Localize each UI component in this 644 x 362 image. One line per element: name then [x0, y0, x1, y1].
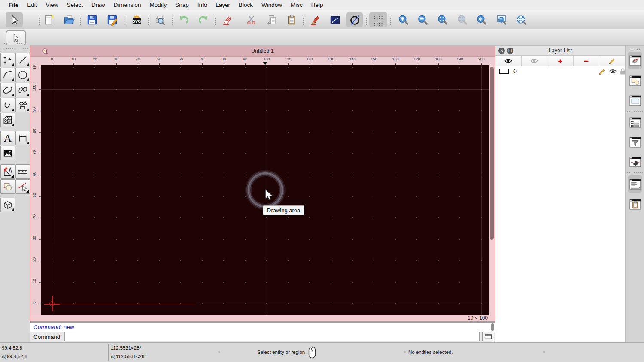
hatch-tool-button[interactable] — [0, 113, 15, 127]
image-tool-button[interactable] — [0, 146, 15, 160]
spline-tool-button[interactable] — [15, 83, 30, 97]
v-ruler-label: 110 — [32, 65, 36, 72]
block-list-widget-button[interactable] — [628, 72, 642, 89]
layer-list-titlebar: ✕ ❐ Layer List — [495, 46, 625, 56]
solid-3d-tool-button[interactable] — [0, 198, 15, 212]
command-input[interactable] — [64, 332, 480, 341]
menu-snap[interactable]: Snap — [171, 2, 193, 8]
open-file-button[interactable] — [61, 12, 77, 27]
arc-tool-button[interactable] — [0, 68, 15, 82]
layer-visibility-icon[interactable] — [609, 68, 617, 75]
layer-color-swatch[interactable] — [499, 69, 509, 74]
measure-tool-button[interactable] — [15, 164, 30, 179]
circle-tool-button[interactable] — [15, 68, 30, 82]
cut-button[interactable] — [243, 12, 259, 27]
delete-eraser-button[interactable] — [219, 12, 236, 27]
polygon-tool-button[interactable] — [15, 98, 30, 112]
zoom-back-button[interactable] — [473, 12, 489, 27]
filter-widget-button[interactable] — [628, 133, 642, 151]
hide-all-layers-button[interactable] — [522, 56, 548, 66]
save-icon — [86, 14, 98, 26]
detach-command-widget-button[interactable] — [482, 332, 494, 341]
menu-misc[interactable]: Misc — [286, 2, 307, 8]
edit-pencil-button[interactable] — [307, 12, 323, 27]
line-tool-button[interactable] — [327, 12, 343, 27]
menu-draw[interactable]: Draw — [87, 2, 109, 8]
cursor-arrow-icon — [9, 14, 20, 26]
v-ruler-label: 80 — [32, 126, 36, 136]
palette-handle — [2, 48, 28, 49]
layer-list-widget-button[interactable] — [628, 52, 642, 69]
modify-tool-button[interactable] — [0, 164, 15, 179]
pen-wizard-widget-button[interactable] — [628, 153, 642, 170]
paste-button[interactable] — [283, 12, 300, 27]
menu-layer[interactable]: Layer — [211, 2, 234, 8]
toolbar-separator — [303, 14, 304, 26]
remove-layer-button[interactable]: − — [574, 56, 600, 66]
menu-select[interactable]: Select — [63, 2, 88, 8]
menu-view[interactable]: View — [42, 2, 63, 8]
command-widget-button[interactable] — [628, 175, 642, 193]
layer-list-window-icon — [629, 55, 641, 66]
action-hint: Select entity or region — [257, 350, 305, 355]
clipboard-widget-button[interactable] — [628, 196, 642, 213]
grid-toggle-button[interactable] — [369, 12, 387, 27]
history-scrollbar-thumb[interactable] — [491, 323, 494, 331]
order-tool-button[interactable] — [0, 179, 15, 194]
zoom-pan-button[interactable] — [513, 12, 529, 27]
circle-tool-button[interactable] — [346, 12, 363, 27]
menu-dimension[interactable]: Dimension — [109, 2, 146, 8]
open-folder-icon — [63, 14, 75, 26]
select-entity-tool-button[interactable] — [15, 179, 30, 194]
zoom-auto-button[interactable] — [434, 12, 450, 27]
drawing-window: Untitled 1 01020304050607080901001101201… — [30, 46, 495, 322]
scrollbar-thumb[interactable] — [490, 67, 494, 240]
clipboard-window-icon — [629, 199, 641, 210]
polyline-tool-button[interactable] — [0, 98, 15, 112]
menu-help[interactable]: Help — [307, 2, 328, 8]
layer-edit-pencil-icon[interactable] — [598, 68, 606, 75]
save-button[interactable] — [84, 12, 100, 27]
submenu-corner — [11, 124, 14, 126]
menu-info[interactable]: Info — [193, 2, 212, 8]
dimension-tool-button[interactable] — [15, 131, 30, 145]
undo-button[interactable] — [176, 12, 192, 27]
show-all-layers-button[interactable] — [495, 56, 522, 66]
toolbar-separator — [390, 14, 391, 26]
ellipse-tool-button[interactable] — [0, 83, 15, 97]
menu-window[interactable]: Window — [257, 2, 286, 8]
zoom-out-button[interactable] — [414, 12, 431, 27]
menu-modify[interactable]: Modify — [145, 2, 171, 8]
line-tool-button[interactable] — [15, 53, 30, 67]
h-ruler-label: 150 — [371, 57, 377, 61]
points-tool-button[interactable] — [0, 53, 15, 67]
layer-row[interactable]: 0 — [495, 66, 625, 76]
add-layer-button[interactable]: + — [547, 56, 574, 66]
drawing-area[interactable]: Drawing area — [41, 65, 490, 316]
menu-edit[interactable]: Edit — [23, 2, 41, 8]
h-ruler-label: 80 — [222, 57, 226, 61]
zoom-in-button[interactable] — [395, 12, 411, 27]
text-tool-button[interactable]: A — [0, 131, 15, 145]
library-browser-widget-button[interactable] — [628, 92, 642, 109]
menu-file[interactable]: File — [4, 2, 23, 8]
redo-button[interactable] — [195, 12, 211, 27]
save-as-button[interactable] — [104, 12, 120, 27]
statusbar-dot — [543, 351, 545, 353]
zoom-window-button[interactable] — [493, 12, 510, 27]
entity-list-widget-button[interactable] — [628, 114, 642, 131]
h-ruler-label: 70 — [200, 57, 204, 61]
zoom-pan-icon — [516, 14, 527, 26]
left-tool-palette: A — [0, 45, 30, 342]
toolbar-separator — [148, 14, 149, 26]
export-svg-button[interactable]: SVG — [128, 12, 145, 27]
print-preview-button[interactable] — [152, 12, 168, 27]
vertical-scrollbar[interactable] — [489, 65, 495, 316]
new-file-button[interactable] — [40, 12, 57, 27]
edit-layer-button[interactable] — [599, 56, 625, 66]
zoom-previous-button[interactable] — [454, 12, 470, 27]
drawing-window-titlebar[interactable]: Untitled 1 — [30, 46, 495, 57]
menu-block[interactable]: Block — [234, 2, 257, 8]
select-arrow-button[interactable] — [6, 12, 23, 27]
copy-button[interactable] — [264, 12, 280, 27]
